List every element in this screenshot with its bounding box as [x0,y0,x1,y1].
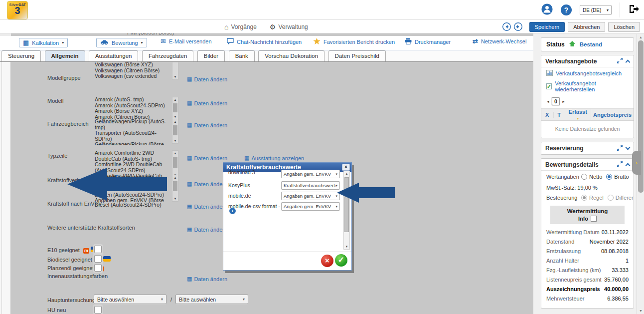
tab-vorschau-dekoration[interactable]: Vorschau Dekoration [258,50,324,61]
scroll-thumb[interactable] [173,157,177,168]
forward-icon[interactable] [514,22,522,31]
pager-next-icon[interactable]: ► [562,100,565,103]
hauptuntersuchung-select-1[interactable]: Bitte auswählen ▾ [94,295,166,304]
col-x[interactable]: X [541,112,554,118]
list-item[interactable]: Geländewagen/Pickup (Börse XYZ) [95,142,173,145]
biodiesel-checkbox[interactable] [94,255,102,263]
fahrzeugbereich-scrollbar[interactable]: ▲ ▼ [172,119,178,144]
ausstattung-anzeigen-link[interactable]: ▦Ausstattung anzeigen [244,155,304,161]
tab-bank[interactable]: Bank [229,50,255,61]
user-icon[interactable] [541,3,553,17]
nav-verwaltung[interactable]: ⚙ Verwaltung [270,23,308,31]
silverdat-logo[interactable]: SilverDAT 3 [7,1,28,19]
bewertung-dropdown[interactable]: Bewertung ▾ [96,38,147,47]
verkaufsangebot-wiederherstellen-link[interactable]: ✓ Verkaufsangebot wiederherstellen [541,78,634,93]
col-erfasst[interactable]: Erfasst ▼ [565,109,591,121]
hersteller-listbox[interactable]: Volkswagen (Börse XYZ)Volkswagen (Citroe… [95,62,170,80]
wertermittlung-info-checkbox[interactable] [591,216,597,222]
typzeile-scrollbar[interactable]: ▲ ▼ [172,150,178,178]
pager-prev-icon[interactable]: ◄ [546,100,550,103]
kalkulation-dropdown[interactable]: ▦ Kalkulation ▾ [19,38,68,47]
kosyplus-select[interactable]: Kraftstoffverbrauchswerte... ▾ [281,181,340,190]
scroll-up-icon[interactable]: ▲ [172,120,178,123]
scroll-up-icon[interactable]: ▲ [172,98,178,101]
list-item[interactable]: Volkswagen (csv extended format.) [95,73,170,80]
chat-nachricht-link[interactable]: Chat-Nachricht hinzufügen [227,38,302,45]
scroll-up-icon[interactable]: ▲ [172,176,178,179]
verkaufsangebotsvergleich-link[interactable]: Verkaufsangebotsvergleich [541,67,634,78]
mobilede-csv-select[interactable]: Angaben gem. EnVKV ▾ [281,202,340,211]
expand-icon[interactable] [617,145,623,152]
logout-icon[interactable] [628,4,639,16]
list-item[interactable]: Amarok (AutoS- tmp) [95,97,170,103]
scroll-up-icon[interactable]: ▲ [637,35,644,39]
daten-aendern-modell[interactable]: ▦Daten ändern [187,100,227,106]
daten-aendern-modellgruppe[interactable]: ▦Daten ändern [187,76,227,82]
pager-value[interactable]: 0 [552,97,560,105]
back-icon[interactable] [502,22,511,31]
daten-aendern-typzeile[interactable]: ▦Daten ändern [187,155,227,161]
kraftstoffverbrauch-scrollbar[interactable]: ▲ ▼ [172,175,178,202]
tab-fahrzeugdaten[interactable]: Fahrzeugdaten [142,50,193,61]
slide-panel-handle[interactable]: › [632,151,641,175]
hersteller-scrollbar[interactable]: ▼ [172,62,178,80]
language-select[interactable]: DE (DE) ▾ [580,5,612,15]
tab-daten-preisschild[interactable]: Daten Preisschild [328,50,386,61]
scroll-thumb[interactable] [173,103,177,112]
druckmanager-link[interactable]: Druckmanager [405,38,451,45]
tab-bilder[interactable]: Bilder [197,50,225,61]
daten-aendern-kraftstoff-envkv[interactable]: ▦Daten ändern [187,203,227,210]
cancel-button[interactable]: × [321,255,333,267]
info-icon[interactable]: i [229,208,236,214]
list-item[interactable]: Amarok (Börse XYZ) [95,108,170,114]
scroll-down-icon[interactable]: ▼ [637,309,644,313]
daten-aendern-innenausstattung[interactable]: ▦Daten ändern [187,276,227,282]
col-angebotspreis[interactable]: Angebotspreis [591,112,634,118]
loeschen-button[interactable]: Löschen [608,22,640,32]
daten-aendern-fahrzeugbereich[interactable]: ▦Daten ändern [187,122,227,128]
abbrechen-button[interactable]: Abbrechen [568,22,605,32]
tab-ausstattungen[interactable]: Ausstattungen [89,50,139,61]
favorisierten-bericht-link[interactable]: Favorisierten Bericht drucken [313,38,395,46]
fahrzeugbereich-listbox[interactable]: Geländewagen/Pickup (AutoS- tmp)Transpor… [95,119,173,145]
modell-scrollbar[interactable]: ▲ ▼ [172,97,178,120]
col-t[interactable]: T [554,112,565,118]
radio-regel[interactable]: Regel [581,195,604,201]
daten-aendern-kraftstoffverbrauch[interactable]: ▦Daten ändern [187,181,227,187]
scroll-up-icon[interactable]: ▲ [172,152,178,155]
radio-differenz[interactable]: Differenz [608,195,634,201]
scroll-up-icon[interactable]: ▲ [344,172,349,175]
hu-neu-checkbox[interactable] [94,306,102,314]
list-item[interactable]: Volkswagen (Börse XYZ) [95,62,170,68]
list-item[interactable]: Geländewagen/Pickup (AutoS- tmp) [95,119,173,130]
tab-steuerung[interactable]: Steuerung [1,50,41,61]
daten-aendern-weitere[interactable]: ▦Daten ändern [187,226,227,233]
expand-icon[interactable] [617,58,623,64]
collapse-icon[interactable] [626,163,631,168]
e10-checkbox[interactable] [94,246,102,253]
planzenoel-checkbox[interactable] [94,264,102,272]
status-value-link[interactable]: Bestand [580,41,602,47]
radio-brutto[interactable]: Brutto [606,174,629,180]
scroll-down-icon[interactable]: ▼ [344,245,349,248]
scroll-down-icon[interactable]: ▼ [172,139,178,142]
scroll-down-icon[interactable]: ▼ [172,197,178,200]
email-versenden-link[interactable]: ✉ E-Mail versenden [161,38,212,44]
scroll-thumb[interactable] [173,125,177,135]
netzwerk-wechsel-link[interactable]: ⇄ Netzwerk-Wechsel [473,38,526,44]
expand-icon[interactable] [617,161,623,168]
scroll-down-icon[interactable]: ▼ [172,115,178,118]
expand-panel-icon[interactable] [626,145,631,150]
scroll-down-icon[interactable]: ▼ [172,75,178,78]
mobilede-select[interactable]: Angaben gem. EnVKV ▾ [281,192,340,200]
list-item[interactable]: Amarok Comfortline 2WD DoubleCab (AutoS-… [95,150,170,162]
radio-netto[interactable]: Netto [581,174,602,180]
hauptuntersuchung-select-2[interactable]: Bitte auswählen ▾ [175,295,248,304]
list-item[interactable]: Transporter (AutoScout24-SDPro) [95,130,173,142]
nav-vorgaenge[interactable]: ⌂ Vorgänge [224,23,257,31]
tab-allgemein[interactable]: Allgemein [45,50,85,61]
download3-select[interactable]: Angaben gem. EnVKV ▾ [281,170,340,178]
collapse-icon[interactable] [626,59,631,64]
speichern-button[interactable]: Speichern [529,22,565,32]
help-icon[interactable]: ? [561,4,572,15]
